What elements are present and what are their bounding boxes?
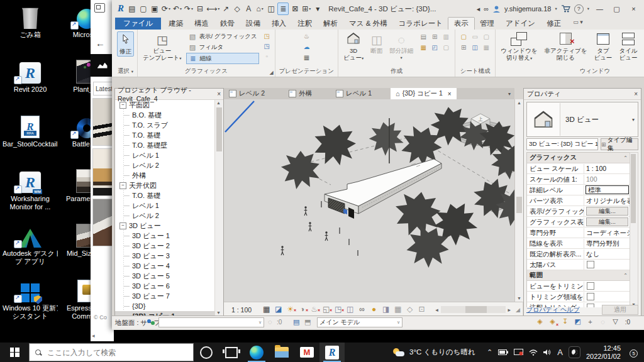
back-arrow-icon[interactable]: ← xyxy=(96,38,105,48)
measure-icon[interactable]: ⟷▾ xyxy=(206,3,219,14)
view-template-button[interactable]: ◳ ビュー テンプレート▾ xyxy=(141,31,183,62)
cortana-button[interactable] xyxy=(194,343,219,362)
edit-button[interactable]: 編集... xyxy=(586,207,628,216)
viewport-icon[interactable]: ▦ xyxy=(481,43,491,52)
scroll-thumb[interactable] xyxy=(631,154,636,223)
horizontal-scroll-arrow[interactable]: ◂ xyxy=(92,332,95,339)
design-options-icon[interactable]: ◌ xyxy=(598,318,608,326)
crop-view-icon[interactable]: ◱× xyxy=(320,304,332,315)
scroll-right-icon[interactable]: ▸ xyxy=(506,307,514,313)
select-links-icon[interactable]: ◈ xyxy=(535,317,545,326)
drag-on-selection-icon[interactable]: + xyxy=(586,318,595,326)
property-value[interactable]: 専門分野別 xyxy=(584,239,630,248)
tab-views-button[interactable]: タブ ビュー xyxy=(592,31,614,62)
duplicate-view-icon[interactable]: ⊞ xyxy=(430,33,440,41)
shadows-icon[interactable]: ◑× xyxy=(296,304,308,315)
temporary-view-properties-icon[interactable]: ◨ xyxy=(380,304,392,315)
property-value[interactable]: 100 xyxy=(584,175,630,184)
view-tab-レベル 1[interactable]: レベル 1 xyxy=(331,88,377,99)
ribbon-tab-修正[interactable]: 修正 xyxy=(541,18,567,30)
tree-item[interactable]: 3D ビュー 5 xyxy=(115,271,215,281)
type-selector[interactable]: 3D ビュー ▾ xyxy=(526,102,638,137)
property-checkbox[interactable] xyxy=(587,261,594,268)
help-icon[interactable]: ? xyxy=(574,4,584,14)
revit-logo[interactable]: R xyxy=(116,3,126,14)
tree-item[interactable]: 3D ビュー 3 xyxy=(115,251,215,261)
panel-label-select[interactable]: 選択 ▾ xyxy=(114,67,137,77)
app-store-cart-icon[interactable] xyxy=(561,5,570,13)
callout-button[interactable]: ◌ 部分詳細 ▾ xyxy=(387,31,415,62)
tree-item[interactable]: レベル 2 xyxy=(115,160,215,170)
property-checkbox[interactable] xyxy=(587,293,594,300)
remove-hidden-lines-icon[interactable]: ◳ xyxy=(262,42,272,51)
tree-item[interactable]: レベル 1 xyxy=(115,200,215,211)
ribbon-tab-管理[interactable]: 管理 xyxy=(474,18,500,30)
tree-item[interactable]: T.O. スラブ xyxy=(115,120,215,130)
property-value[interactable]: なし xyxy=(584,250,630,259)
property-value[interactable]: 標準 xyxy=(586,185,629,194)
detail-level-icon[interactable]: ▦ xyxy=(260,304,272,315)
visual-style-icon[interactable]: ◪ xyxy=(272,304,284,315)
render-gallery-icon[interactable]: ▦ xyxy=(302,53,311,62)
select-pinned-icon[interactable]: ↧ xyxy=(560,317,570,326)
file-tab-icon[interactable]: ▤ xyxy=(127,3,137,14)
schedules-icon[interactable]: ▦ xyxy=(418,43,428,52)
tree-item[interactable]: 3D ビュー 6 xyxy=(115,281,215,291)
close-hidden-windows-icon[interactable]: ⊠ xyxy=(290,3,300,14)
default-3d-view-icon[interactable]: ⌂▾ xyxy=(255,3,265,14)
undo-icon[interactable]: ↶▾ xyxy=(172,3,182,14)
gmail-button[interactable]: M xyxy=(294,343,319,362)
search-input[interactable] xyxy=(46,348,174,358)
edit-type-button[interactable]: ⊞ タイプ編集 xyxy=(601,138,638,150)
render-in-cloud-icon[interactable]: ☁ xyxy=(302,43,311,52)
active-option-icon[interactable]: ⬒ xyxy=(304,318,311,326)
scope-box-icon[interactable]: ◰ xyxy=(430,43,440,52)
switch-windows-icon[interactable]: ⊞▾ xyxy=(301,3,311,14)
matchline-icon[interactable]: ◫ xyxy=(470,43,480,52)
user-menu-chevron-icon[interactable]: ▾ xyxy=(555,6,557,11)
ribbon-tab-建築[interactable]: 建築 xyxy=(163,18,189,30)
workset-dropdown[interactable]: ∨ xyxy=(158,317,264,327)
tree-item[interactable]: 外構 xyxy=(115,170,215,180)
sync-icon[interactable]: ⟳▾ xyxy=(161,3,171,14)
action-center-button[interactable]: 5 xyxy=(626,348,639,358)
scroll-thumb[interactable] xyxy=(465,306,487,313)
print-icon[interactable]: ⊟ xyxy=(195,3,205,14)
ribbon-tab-注釈[interactable]: 注釈 xyxy=(292,18,318,30)
expand-icon[interactable]: − xyxy=(119,102,126,109)
help-menu-chevron-icon[interactable]: ▾ xyxy=(587,6,589,11)
section-icon[interactable]: ◫ xyxy=(266,3,276,14)
tree-item[interactable]: B.O. 基礎 xyxy=(115,110,215,120)
latest-button[interactable]: Latest xyxy=(93,82,114,96)
instance-selector[interactable]: 3D ビュー: {3D} コピー 1∨ xyxy=(526,138,598,150)
crop-region-icon[interactable]: ◳× xyxy=(332,304,344,315)
ribbon-tab-設備[interactable]: 設備 xyxy=(240,18,266,30)
show-hidden-lines-icon[interactable]: ◳ xyxy=(262,32,272,41)
scroll-up-icon[interactable]: ▲ xyxy=(216,101,221,105)
reveal-hidden-elements-icon[interactable]: ● xyxy=(368,304,380,315)
project-browser-scrollbar[interactable]: ▲ ▼ xyxy=(214,100,223,315)
signed-in-user[interactable]: y.shigemura.18 xyxy=(504,5,551,13)
tree-item[interactable]: T.O. 基礎壁 xyxy=(115,140,215,150)
close-inactive-button[interactable]: 非アクティブを 閉じる xyxy=(543,31,589,62)
dialog-launcher-icon[interactable]: ◢ xyxy=(270,70,274,75)
screen-cast-icon[interactable] xyxy=(514,349,523,356)
scroll-down-icon[interactable]: ▼ xyxy=(517,296,521,300)
close-project-browser-icon[interactable]: × xyxy=(217,90,221,97)
sun-path-icon[interactable]: ☀× xyxy=(284,304,296,315)
property-value[interactable]: オリジナルを表示 xyxy=(584,196,630,206)
desktop-icon-windows-update[interactable]: Windows 10 更新アシスタント xyxy=(3,276,58,321)
property-section-グラフィックス[interactable]: グラフィックス⌃ xyxy=(527,153,630,163)
guide-grid-icon[interactable]: ⊞ xyxy=(458,43,469,52)
ribbon-tab-アドイン[interactable]: アドイン xyxy=(500,18,541,30)
analytical-model-icon[interactable]: ▦ xyxy=(392,304,404,315)
ribbon-tab-マス & 外構[interactable]: マス & 外構 xyxy=(343,18,393,30)
revisions-icon[interactable]: ▢ xyxy=(481,33,491,41)
close-view-tab-icon[interactable]: × xyxy=(448,90,452,97)
desktop-icon-autodesk-app[interactable]: Autodesk デスクトップ アプリ xyxy=(3,221,58,266)
resize-grip-icon[interactable]: ◢ xyxy=(513,307,523,313)
edit-button[interactable]: 編集... xyxy=(586,217,628,226)
view-tab-外構[interactable]: 外構 xyxy=(284,88,317,99)
close-button[interactable]: × xyxy=(627,3,640,14)
view-tab-レベル 2[interactable]: レベル 2 xyxy=(224,88,270,99)
